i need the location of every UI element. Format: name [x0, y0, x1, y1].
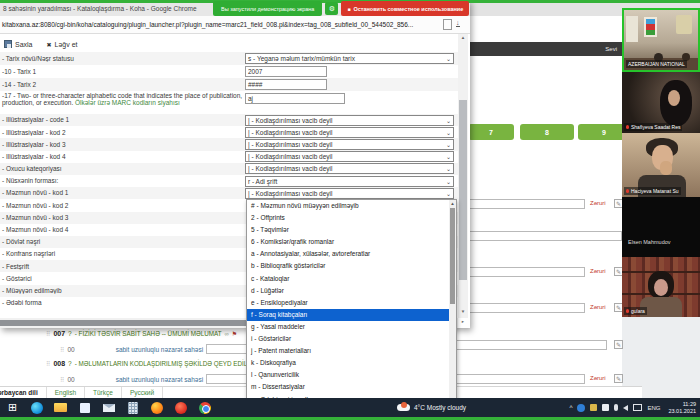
scroll-up-arrow[interactable]: ▲ [458, 35, 468, 40]
tag-help-link[interactable]: ? [68, 330, 72, 337]
bluetooth-icon[interactable] [577, 404, 585, 412]
marc-tab-7[interactable]: 7 [468, 124, 514, 140]
edit-subfield-icon[interactable]: ✎ [614, 340, 623, 349]
mail-taskbar-button[interactable] [102, 401, 115, 414]
weather-widget[interactable]: 4°C Mostly cloudy [393, 398, 466, 417]
language-russian[interactable]: Русский [122, 387, 163, 398]
scroll-down-arrow[interactable]: ▼ [458, 309, 468, 314]
dropdown-option[interactable]: g - Yasal maddeler [247, 321, 456, 333]
illustrations-3-select[interactable]: | - Kodlaşdırılması vacib deyil⌄ [245, 139, 454, 150]
form-of-item-select[interactable]: r - Adi şrift⌄ [245, 176, 454, 187]
language-turkish[interactable]: Türkçe [85, 387, 122, 398]
subfield-link[interactable]: sabit uzunluqlu nəzarət sahəsi [116, 376, 203, 383]
chevron-down-icon: ⌄ [446, 165, 451, 172]
chevron-down-icon: ⌄ [446, 190, 451, 197]
participant-name: Haciyeva Matanat Su [624, 187, 681, 195]
dropdown-option[interactable]: # - Məzmun növü müəyyən edilməyib [247, 200, 456, 212]
drag-handle-icon[interactable]: ⠿ [60, 346, 64, 353]
dropdown-option[interactable]: j - Patent materialları [247, 345, 456, 357]
video-tile[interactable]: Shafiyeva Saadat Res [622, 72, 700, 133]
illustrations-1-select[interactable]: | - Kodlaşdırılması vacib deyil⌄ [245, 115, 454, 126]
store-taskbar-button[interactable] [78, 401, 91, 414]
keyboard-language[interactable]: ENG [647, 405, 660, 411]
field-label: - Müəyyən edilməyib [0, 287, 245, 294]
display-icon[interactable] [633, 404, 642, 411]
dropdown-option[interactable]: b - Biblioqrafik göstəricilər [247, 260, 456, 272]
person-hand [660, 161, 672, 175]
speaker-icon[interactable] [623, 405, 628, 411]
dropdown-option[interactable]: 6 - Komikslər/qrafik romanlar [247, 236, 456, 248]
language-english[interactable]: English [47, 387, 85, 398]
dropdown-option[interactable]: l - Qanunvericilik [247, 369, 456, 381]
dropdown-scroll-up[interactable]: ▲ [449, 200, 456, 207]
link-chain-icon[interactable]: ∞ [225, 331, 229, 337]
video-tile[interactable]: Haciyeva Matanat Su [622, 133, 700, 197]
start-button[interactable]: ⊞ [6, 401, 19, 414]
screenshare-banner: Вы запустили демонстрацию экрана ⚙ ■ Ост… [213, 1, 469, 16]
dropdown-option[interactable]: i - Göstəricilər [247, 333, 456, 345]
illustrations-2-select[interactable]: | - Kodlaşdırılması vacib deyil⌄ [245, 127, 454, 138]
dropdown-option[interactable]: e - Ensiklopediyalar [247, 297, 456, 309]
microphone-icon[interactable] [614, 404, 618, 411]
dropdown-scrollbar[interactable]: ▲ ▼ [449, 200, 456, 405]
drag-handle-icon[interactable]: ⠿ [46, 330, 50, 337]
azerbaijan-flag [644, 17, 657, 37]
date-type-select[interactable]: s - Yeganə məlum tarix/mümkün tarix⌄ [245, 53, 454, 64]
firefox-taskbar-button[interactable] [150, 401, 163, 414]
field-label: - İllüstrasiyalar - code 1 [0, 116, 245, 123]
drag-handle-icon[interactable]: ⠿ [60, 376, 64, 383]
video-tile-active-speaker[interactable]: AZERBAIJAN NATIONAL [622, 8, 700, 72]
save-button[interactable]: Saxla [4, 40, 33, 48]
explorer-taskbar-button[interactable] [54, 401, 67, 414]
page-copy-icon[interactable] [443, 19, 452, 30]
date2-input[interactable]: #### [245, 79, 327, 90]
drag-handle-icon[interactable]: ⠿ [46, 360, 50, 367]
scroll-right-arrow[interactable]: ▸ [458, 319, 468, 324]
person-face [654, 279, 668, 296]
stop-sharing-button[interactable]: ■ Остановить совместное использование [341, 1, 469, 16]
tray-app-icon[interactable] [602, 404, 609, 411]
language-azerbaijani[interactable]: Azərbaycan dili [0, 387, 47, 398]
audience-select[interactable]: | - Kodlaşdırılması vacib deyil⌄ [245, 163, 454, 174]
koha-header-bar: Sevi [470, 42, 622, 56]
cancel-button[interactable]: ✖ Ləğv et [47, 41, 78, 48]
calculator-taskbar-button[interactable] [126, 401, 139, 414]
subfield-link[interactable]: sabit uzunluqlu nəzarət sahəsi [116, 346, 203, 353]
dropdown-option[interactable]: d - Lüğətlər [247, 285, 456, 297]
tray-app-icon[interactable] [590, 404, 597, 411]
form-row: - Oxucu kateqoriyası | - Kodlaşdırılması… [0, 163, 458, 175]
wall-emblem [676, 15, 692, 34]
windows-start-icon: ⊞ [8, 401, 17, 414]
dropdown-scrollbar-thumb[interactable] [450, 208, 455, 304]
dropdown-option[interactable]: a - Annotasiyalar, xülasələr, avtorefera… [247, 248, 456, 260]
share-settings-button[interactable]: ⚙ [325, 2, 338, 15]
field-label: - Məzmun növü - kod 1 [0, 189, 245, 196]
place-code-input[interactable]: aj [245, 93, 345, 104]
dropdown-option[interactable]: 2 - Offprints [247, 212, 456, 224]
video-tile-camera-off[interactable]: Elsen Mahmudov [622, 197, 700, 257]
field-label: - İllüstrasiyalar - kod 2 [0, 129, 245, 136]
video-tile[interactable]: gulara [622, 257, 700, 317]
tag-help-link[interactable]: ? [68, 360, 72, 367]
marc-tab-8[interactable]: 8 [520, 124, 574, 140]
dropdown-option[interactable]: m - Dissertasiyalar [247, 381, 456, 393]
download-icon[interactable]: ↓ [456, 19, 460, 27]
edge-taskbar-button[interactable] [30, 401, 43, 414]
vertical-scrollbar-thumb[interactable] [459, 100, 467, 280]
browser-taskbar-button[interactable] [174, 401, 187, 414]
chrome-taskbar-button[interactable] [198, 401, 211, 414]
illustrations-4-select[interactable]: | - Kodlaşdırılması vacib deyil⌄ [245, 151, 454, 162]
dropdown-option[interactable]: k - Diskoqrafiya [247, 357, 456, 369]
popup-url-bar[interactable]: kitabxana.az:8080/cgi-bin/koha/catalogui… [0, 16, 470, 34]
date1-input[interactable]: 2007 [245, 66, 327, 77]
tag-number: 008 [53, 360, 65, 367]
edit-subfield-icon[interactable]: ✎ [614, 374, 623, 383]
dropdown-option-selected[interactable]: f - Soraq kitabçaları [247, 309, 456, 321]
tray-chevron-icon[interactable]: ^ [569, 404, 572, 411]
dropdown-option[interactable]: 5 - Təqvimlər [247, 224, 456, 236]
field-label: - Məzmun növü - kod 2 [0, 202, 245, 209]
taskbar-clock[interactable]: 11:29 23.01.2021 [668, 401, 696, 414]
marc-country-codes-link[interactable]: Ölkələr üzrə MARC kodların siyahısı [75, 99, 180, 106]
contents-1-select[interactable]: | - Kodlaşdırılması vacib deyil⌄ [245, 188, 454, 199]
dropdown-option[interactable]: c - Kataloqlar [247, 273, 456, 285]
